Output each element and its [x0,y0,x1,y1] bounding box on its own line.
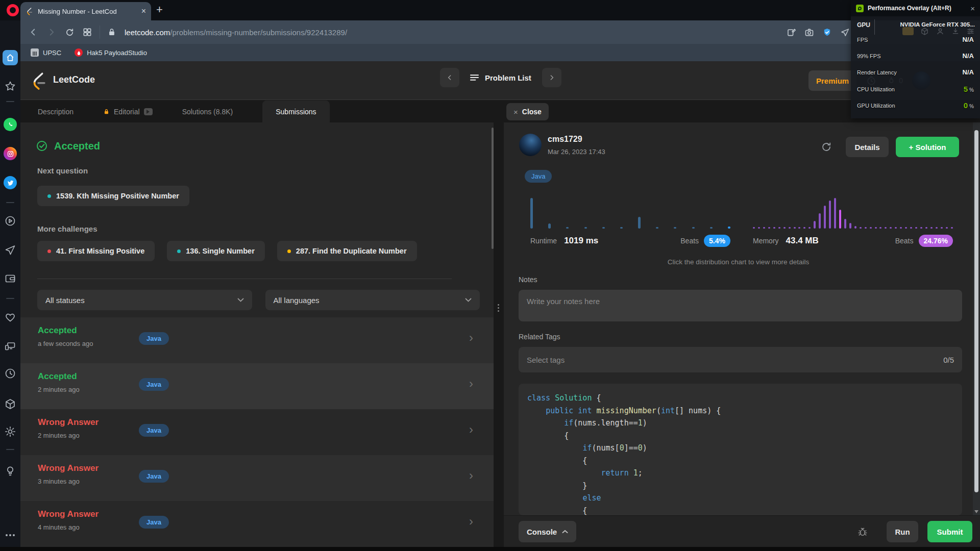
distribution-bar[interactable] [773,227,775,229]
distribution-bar[interactable] [638,217,641,229]
distribution-bar[interactable] [814,221,816,229]
distribution-bar[interactable] [915,227,917,229]
submission-row[interactable]: Accepteda few seconds agoJava› [20,317,494,363]
submission-row[interactable]: Wrong Answer3 minutes agoJava› [20,455,494,501]
opera-logo-icon[interactable] [7,4,19,16]
page-scrollbar[interactable] [973,122,980,515]
submitter-avatar[interactable] [519,134,542,156]
distribution-bar[interactable] [895,227,897,229]
reload-icon[interactable] [64,27,75,38]
distribution-bar[interactable] [778,227,780,229]
premium-button[interactable]: Premium [808,70,856,91]
distribution-bar[interactable] [548,223,551,229]
filter-all-statuses[interactable]: All statuses [37,290,252,310]
details-button[interactable]: Details [846,137,889,157]
leetcode-brand[interactable]: LeetCode [53,74,95,85]
tab-submissions[interactable]: Submissions [262,101,329,123]
lock-icon[interactable] [107,28,116,37]
distribution-bar[interactable] [910,227,912,229]
submission-row[interactable]: Accepted2 minutes agoJava› [20,363,494,409]
debug-bug-icon[interactable] [857,526,868,537]
distribution-bar[interactable] [951,227,953,229]
distribution-bar[interactable] [656,227,658,229]
instagram-icon[interactable] [4,147,17,160]
distribution-bar[interactable] [865,227,867,229]
add-solution-button[interactable]: + Solution [896,137,959,157]
distribution-bar[interactable] [941,227,943,229]
new-tab-button[interactable]: + [156,3,163,16]
tab-tiling-icon[interactable] [82,27,92,37]
problem-list-button[interactable]: Problem List [470,73,531,82]
send-to-flow-icon[interactable] [4,244,16,256]
distribution-bar[interactable] [692,227,695,229]
challenge-pill-41-first-missing-positive[interactable]: 41. First Missing Positive [37,241,155,261]
distribution-bar[interactable] [530,198,533,229]
distribution-bar[interactable] [844,219,846,229]
distribution-bar[interactable] [930,227,933,229]
filter-all-languages[interactable]: All languages [265,290,480,310]
distribution-bar[interactable] [890,227,892,229]
twitter-icon[interactable] [4,176,17,189]
notes-input[interactable]: Write your notes here [519,290,962,321]
distribution-bar[interactable] [566,227,569,229]
distribution-bar[interactable] [936,227,938,229]
memory-distribution-chart[interactable] [753,198,953,229]
scrollbar-thumb[interactable] [974,130,978,492]
distribution-bar[interactable] [824,206,826,229]
devices-icon[interactable] [4,339,16,352]
distribution-bar[interactable] [789,227,791,229]
player-icon[interactable] [4,215,16,227]
sidebar-more-icon[interactable] [0,534,20,536]
lightbulb-icon[interactable] [4,465,16,477]
pane-resize-grip[interactable] [498,304,499,312]
distribution-bar[interactable] [854,226,856,229]
run-button[interactable]: Run [887,521,918,542]
distribution-bar[interactable] [768,227,770,229]
next-problem-button[interactable] [542,68,561,87]
runtime-distribution-chart[interactable] [530,198,730,229]
distribution-bar[interactable] [839,210,841,229]
tab-close-icon[interactable]: × [141,7,146,15]
settings-gear-icon[interactable] [4,425,16,438]
distribution-bar[interactable] [794,227,796,229]
distribution-bar[interactable] [783,227,786,229]
distribution-bar[interactable] [710,227,713,229]
back-icon[interactable] [28,27,39,38]
distribution-bar[interactable] [879,227,881,229]
speed-dial-button[interactable] [3,50,18,65]
distribution-bar[interactable] [905,227,907,229]
code-viewer[interactable]: class Solution { public int missingNumbe… [519,384,962,515]
distribution-bar[interactable] [620,227,623,229]
scroll-down-icon[interactable] [974,510,978,513]
distribution-bar[interactable] [870,227,872,229]
submission-row[interactable]: Wrong Answer2 minutes agoJava› [20,409,494,455]
bookmark-hak5-payloadstudio[interactable]: Hak5 PayloadStudio [75,48,147,57]
pin-site-icon[interactable] [786,27,797,38]
challenge-pill-287-find-the-duplicate-number[interactable]: 287. Find the Duplicate Number [277,241,417,261]
challenge-pill-136-single-number[interactable]: 136. Single Number [167,241,265,261]
distribution-bar[interactable] [860,227,862,229]
distribution-bar[interactable] [834,198,836,229]
distribution-bar[interactable] [819,213,821,229]
distribution-bar[interactable] [946,227,948,229]
distribution-bar[interactable] [758,227,760,229]
prev-problem-button[interactable] [440,68,459,87]
leetcode-logo-icon[interactable] [30,71,48,90]
submit-button[interactable]: Submit [927,521,972,542]
distribution-bar[interactable] [829,201,831,229]
distribution-bar[interactable] [920,227,922,229]
distribution-bar[interactable] [728,227,730,229]
distribution-bar[interactable] [885,227,887,229]
tags-input[interactable]: Select tags 0/5 [519,347,962,372]
heart-icon[interactable] [4,311,16,323]
distribution-bar[interactable] [900,227,902,229]
distribution-bar[interactable] [808,227,811,229]
distribution-bar[interactable] [674,227,676,229]
bookmark-upsc[interactable]: UPSC [31,48,61,57]
my-flow-icon[interactable] [840,27,850,38]
submission-row[interactable]: Wrong Answer4 minutes agoJava› [20,501,494,547]
next-question-pill[interactable]: 1539. Kth Missing Positive Number [37,186,189,206]
distribution-bar[interactable] [849,223,851,229]
tab-solutions-8-8k[interactable]: Solutions (8.8K) [182,108,233,116]
snapshot-camera-icon[interactable] [804,27,815,38]
